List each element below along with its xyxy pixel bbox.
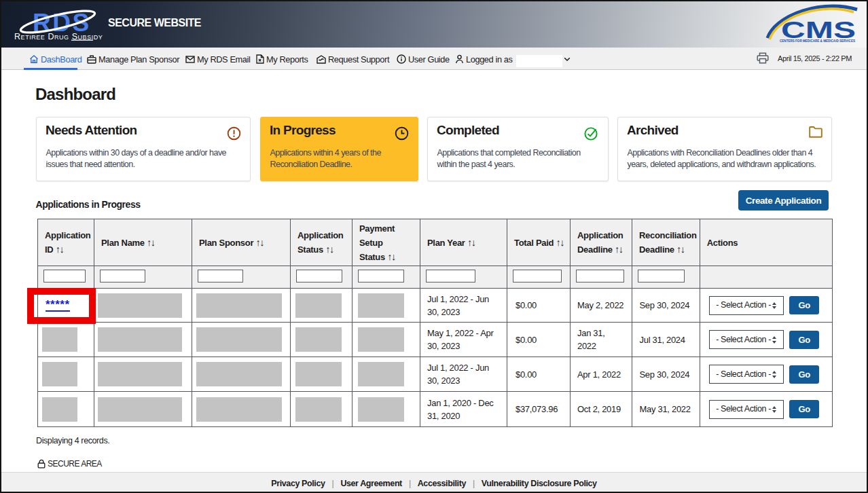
svg-text:Retiree Drug Subsidy: Retiree Drug Subsidy (14, 32, 103, 41)
svg-text:CENTERS FOR MEDICARE & MEDICAI: CENTERS FOR MEDICARE & MEDICAID SERVICES (780, 39, 855, 43)
